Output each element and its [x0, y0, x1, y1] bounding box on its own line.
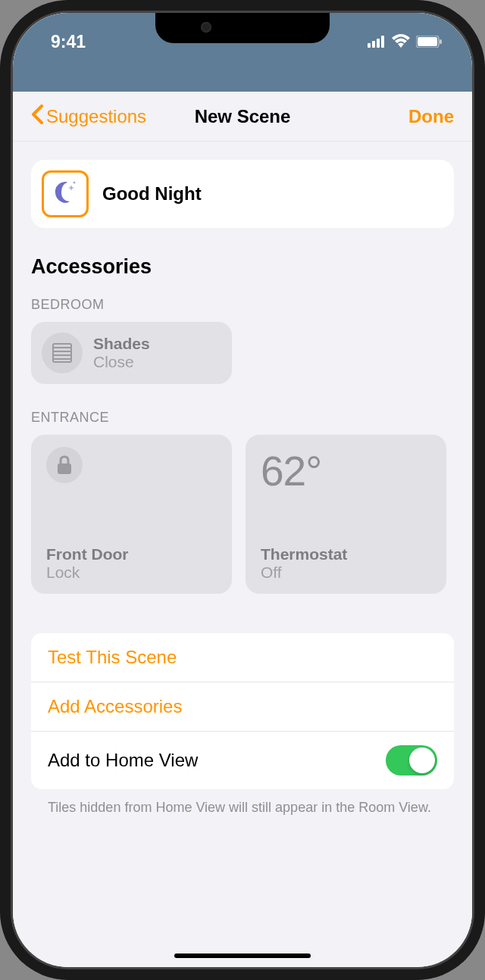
- nav-bar: Suggestions New Scene Done: [13, 92, 472, 142]
- thermostat-temperature: 62°: [261, 447, 431, 495]
- cellular-icon: [368, 32, 386, 52]
- front-camera: [201, 22, 211, 33]
- phone-frame: 9:41 Suggestions New Scene: [0, 0, 485, 980]
- footer-note: Tiles hidden from Home View will still a…: [31, 789, 454, 826]
- nav-title: New Scene: [195, 106, 291, 127]
- status-indicators: [368, 32, 442, 52]
- svg-rect-6: [440, 39, 442, 44]
- scene-name-card[interactable]: Good Night: [31, 160, 454, 228]
- shades-icon: [42, 332, 83, 373]
- bedroom-tiles: Shades Close: [31, 322, 454, 384]
- tile-name: Thermostat: [261, 545, 431, 563]
- scene-icon-button[interactable]: [42, 170, 89, 217]
- moon-icon: [52, 179, 78, 208]
- accessory-tile-shades[interactable]: Shades Close: [31, 322, 232, 384]
- svg-rect-2: [377, 39, 380, 48]
- tile-status: Off: [261, 563, 431, 582]
- wifi-icon: [392, 32, 410, 52]
- entrance-tiles: Front Door Lock 62° Thermostat Off: [31, 435, 454, 594]
- battery-icon: [416, 32, 442, 52]
- done-button[interactable]: Done: [408, 106, 454, 127]
- notch: [155, 13, 330, 43]
- svg-rect-0: [368, 43, 371, 48]
- screen: 9:41 Suggestions New Scene: [13, 13, 472, 967]
- add-home-view-toggle[interactable]: [386, 745, 437, 776]
- tile-name: Front Door: [46, 545, 217, 563]
- add-home-view-row: Add to Home View: [31, 731, 454, 789]
- lock-icon: [46, 447, 83, 483]
- back-button[interactable]: Suggestions: [31, 105, 146, 129]
- tile-name: Shades: [93, 335, 150, 353]
- svg-point-7: [74, 182, 76, 184]
- svg-rect-5: [418, 37, 437, 46]
- svg-rect-13: [58, 463, 71, 474]
- back-label: Suggestions: [46, 106, 146, 127]
- test-scene-button[interactable]: Test This Scene: [31, 633, 454, 682]
- room-label-entrance: ENTRANCE: [31, 410, 454, 426]
- chevron-left-icon: [31, 105, 43, 129]
- add-accessories-button[interactable]: Add Accessories: [31, 682, 454, 731]
- content: Good Night Accessories BEDROOM: [13, 142, 472, 844]
- tile-status: Lock: [46, 563, 217, 582]
- room-label-bedroom: BEDROOM: [31, 297, 454, 313]
- tile-status: Close: [93, 353, 150, 371]
- svg-rect-1: [372, 41, 375, 48]
- accessories-section-title: Accessories: [31, 255, 454, 279]
- toggle-knob: [409, 747, 435, 773]
- actions-card: Test This Scene Add Accessories Add to H…: [31, 633, 454, 789]
- accessory-tile-front-door[interactable]: Front Door Lock: [31, 435, 232, 594]
- status-time: 9:41: [51, 32, 86, 52]
- add-home-view-label: Add to Home View: [48, 750, 198, 771]
- scene-name-label: Good Night: [102, 183, 202, 204]
- accessory-tile-thermostat[interactable]: 62° Thermostat Off: [246, 435, 446, 594]
- svg-rect-3: [381, 36, 384, 48]
- home-indicator[interactable]: [174, 953, 311, 958]
